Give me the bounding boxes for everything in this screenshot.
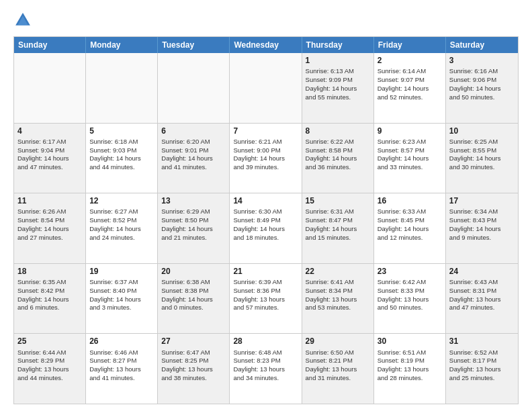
cell-line: and 30 minutes.	[449, 163, 495, 171]
cell-line: and 53 minutes.	[306, 304, 351, 311]
cell-line: Daylight: 14 hours	[233, 225, 285, 232]
day-number: 22	[306, 266, 370, 277]
cell-line: Sunset: 8:27 PM	[89, 357, 136, 364]
cal-cell-11: 11Sunrise: 6:26 AMSunset: 8:54 PMDayligh…	[14, 193, 86, 263]
cal-cell-8: 8Sunrise: 6:22 AMSunset: 8:58 PMDaylight…	[302, 124, 374, 193]
day-number: 1	[306, 55, 370, 66]
cal-cell-5: 5Sunrise: 6:18 AMSunset: 9:03 PMDaylight…	[86, 124, 158, 193]
cell-line: Daylight: 14 hours	[449, 154, 501, 162]
cell-line: Daylight: 13 hours	[17, 365, 69, 373]
cal-cell-24: 24Sunrise: 6:43 AMSunset: 8:31 PMDayligh…	[446, 264, 518, 334]
day-number: 24	[449, 266, 515, 277]
cell-line: and 18 minutes.	[233, 234, 279, 241]
cell-line: Sunrise: 6:39 AM	[233, 278, 281, 285]
calendar-header: SundayMondayTuesdayWednesdayThursdayFrid…	[14, 37, 518, 53]
day-number: 15	[306, 195, 370, 206]
cell-line: Sunrise: 6:37 AM	[89, 278, 138, 285]
header-day-saturday: Saturday	[446, 37, 518, 53]
cell-line: and 28 minutes.	[378, 374, 423, 381]
cell-line: Daylight: 14 hours	[378, 85, 429, 92]
cell-line: and 52 minutes.	[378, 93, 423, 101]
cell-line: Sunset: 8:23 PM	[233, 357, 280, 364]
cell-line: Daylight: 14 hours	[161, 225, 213, 232]
cell-line: Sunset: 8:25 PM	[161, 357, 208, 364]
cal-cell-9: 9Sunrise: 6:23 AMSunset: 8:57 PMDaylight…	[374, 124, 446, 193]
cell-line: Sunrise: 6:46 AM	[89, 349, 138, 356]
header-day-monday: Monday	[86, 37, 158, 53]
cell-line: and 55 minutes.	[306, 93, 351, 101]
cell-line: Sunrise: 6:31 AM	[306, 208, 354, 215]
cell-line: Daylight: 14 hours	[233, 154, 285, 162]
cell-line: and 50 minutes.	[449, 93, 495, 101]
cell-line: Sunrise: 6:25 AM	[449, 138, 498, 145]
cell-line: Sunrise: 6:51 AM	[378, 349, 426, 356]
cell-line: Sunset: 8:33 PM	[378, 287, 425, 294]
cell-line: Sunset: 8:45 PM	[378, 216, 425, 224]
page: SundayMondayTuesdayWednesdayThursdayFrid…	[0, 0, 532, 411]
cell-line: Sunrise: 6:27 AM	[89, 208, 138, 215]
cell-line: Sunrise: 6:26 AM	[17, 208, 66, 215]
cal-cell-12: 12Sunrise: 6:27 AMSunset: 8:52 PMDayligh…	[86, 193, 158, 263]
cell-line: Sunrise: 6:42 AM	[378, 278, 426, 285]
cell-line: Sunset: 8:38 PM	[161, 287, 208, 294]
cal-cell-21: 21Sunrise: 6:39 AMSunset: 8:36 PMDayligh…	[230, 264, 302, 334]
cell-line: Sunrise: 6:35 AM	[17, 278, 66, 285]
cal-cell-18: 18Sunrise: 6:35 AMSunset: 8:42 PMDayligh…	[14, 264, 86, 334]
cell-line: and 36 minutes.	[306, 163, 351, 171]
cell-line: Sunrise: 6:22 AM	[306, 138, 354, 145]
cell-line: Sunrise: 6:16 AM	[449, 67, 498, 75]
cal-row-1: 4Sunrise: 6:17 AMSunset: 9:04 PMDaylight…	[14, 124, 518, 194]
cell-line: Sunrise: 6:20 AM	[161, 138, 210, 145]
cell-line: Sunset: 8:19 PM	[378, 357, 425, 364]
cal-cell-31: 31Sunrise: 6:52 AMSunset: 8:17 PMDayligh…	[446, 334, 518, 404]
day-number: 31	[449, 336, 515, 347]
cell-line: Daylight: 14 hours	[161, 154, 213, 162]
cell-line: and 47 minutes.	[17, 163, 63, 171]
cell-line: and 34 minutes.	[233, 374, 279, 381]
cell-line: Daylight: 13 hours	[378, 295, 429, 303]
day-number: 16	[378, 195, 442, 206]
day-number: 13	[161, 195, 226, 206]
day-number: 21	[233, 266, 298, 277]
cal-cell-28: 28Sunrise: 6:48 AMSunset: 8:23 PMDayligh…	[230, 334, 302, 404]
day-number: 9	[378, 126, 442, 136]
cell-line: Sunrise: 6:48 AM	[233, 349, 281, 356]
cal-cell-empty-2	[158, 53, 230, 123]
cal-row-3: 18Sunrise: 6:35 AMSunset: 8:42 PMDayligh…	[14, 264, 518, 334]
cell-line: Sunset: 8:21 PM	[306, 357, 353, 364]
cal-cell-22: 22Sunrise: 6:41 AMSunset: 8:34 PMDayligh…	[302, 264, 374, 334]
cell-line: and 25 minutes.	[449, 374, 495, 381]
cell-line: Daylight: 14 hours	[449, 225, 501, 232]
cell-line: Sunset: 8:55 PM	[449, 146, 496, 154]
day-number: 6	[161, 126, 226, 136]
cal-cell-empty-3	[230, 53, 302, 123]
day-number: 14	[233, 195, 298, 206]
cell-line: Sunset: 9:07 PM	[378, 76, 425, 83]
cell-line: Sunrise: 6:23 AM	[378, 138, 426, 145]
cell-line: Sunrise: 6:44 AM	[17, 349, 66, 356]
cal-cell-7: 7Sunrise: 6:21 AMSunset: 9:00 PMDaylight…	[230, 124, 302, 193]
cal-cell-20: 20Sunrise: 6:38 AMSunset: 8:38 PMDayligh…	[158, 264, 230, 334]
day-number: 19	[89, 266, 154, 277]
cell-line: Sunrise: 6:47 AM	[161, 349, 210, 356]
day-number: 17	[449, 195, 515, 206]
day-number: 4	[17, 126, 82, 136]
day-number: 3	[449, 55, 515, 66]
cell-line: Sunset: 8:43 PM	[449, 216, 496, 224]
cell-line: Sunrise: 6:29 AM	[161, 208, 210, 215]
cal-cell-10: 10Sunrise: 6:25 AMSunset: 8:55 PMDayligh…	[446, 124, 518, 193]
cell-line: Sunrise: 6:50 AM	[306, 349, 354, 356]
cell-line: Sunrise: 6:33 AM	[378, 208, 426, 215]
cell-line: Sunrise: 6:52 AM	[449, 349, 498, 356]
calendar-body: 1Sunrise: 6:13 AMSunset: 9:09 PMDaylight…	[14, 53, 518, 404]
cell-line: Daylight: 13 hours	[378, 365, 429, 373]
cell-line: Sunset: 8:49 PM	[233, 216, 280, 224]
cal-cell-15: 15Sunrise: 6:31 AMSunset: 8:47 PMDayligh…	[302, 193, 374, 263]
cal-cell-1: 1Sunrise: 6:13 AMSunset: 9:09 PMDaylight…	[302, 53, 374, 123]
day-number: 25	[17, 336, 82, 347]
header-day-thursday: Thursday	[302, 37, 374, 53]
cell-line: and 15 minutes.	[306, 234, 351, 241]
cell-line: Daylight: 13 hours	[449, 365, 501, 373]
cell-line: Sunset: 9:01 PM	[161, 146, 208, 154]
header-day-friday: Friday	[374, 37, 446, 53]
